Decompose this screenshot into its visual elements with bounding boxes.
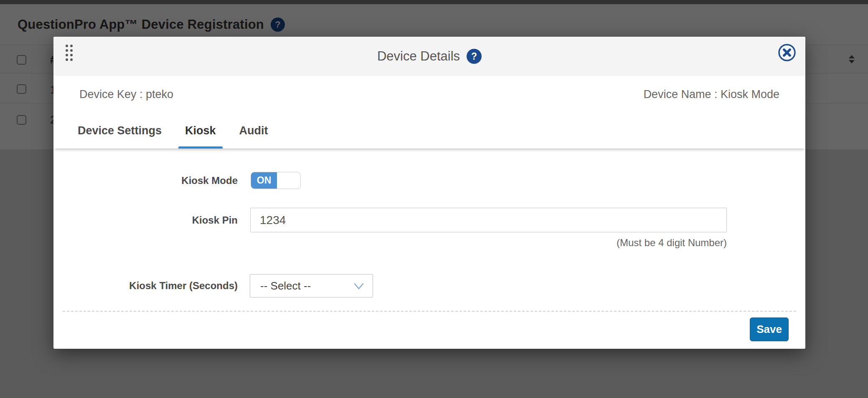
kiosk-timer-label: Kiosk Timer (Seconds) xyxy=(53,274,238,297)
chevron-down-icon xyxy=(353,281,364,291)
kiosk-pin-label: Kiosk Pin xyxy=(53,208,238,232)
device-details-modal: Device Details ? Device Key : pteko Devi… xyxy=(53,37,805,349)
kiosk-mode-label: Kiosk Mode xyxy=(53,172,238,189)
kiosk-pin-hint: (Must be 4 digit Number) xyxy=(250,237,727,249)
selected-option: -- Select -- xyxy=(260,280,311,292)
toggle-on-segment: ON xyxy=(251,172,277,189)
modal-header: Device Details ? xyxy=(53,37,805,76)
tab-device-settings[interactable]: Device Settings xyxy=(71,113,168,149)
close-circle-glyph xyxy=(778,43,796,62)
tab-audit[interactable]: Audit xyxy=(233,113,275,149)
device-name: Device Name : Kiosk Mode xyxy=(643,88,779,101)
kiosk-mode-toggle[interactable]: ON xyxy=(251,172,301,189)
modal-title: Device Details xyxy=(377,49,460,64)
tab-kiosk[interactable]: Kiosk xyxy=(178,113,223,149)
device-key: Device Key : pteko xyxy=(79,88,173,101)
close-icon[interactable] xyxy=(778,43,796,62)
kiosk-timer-select[interactable]: -- Select -- xyxy=(250,274,373,297)
save-button[interactable]: Save xyxy=(750,317,789,341)
kiosk-pin-input[interactable] xyxy=(250,208,727,232)
device-info-row: Device Key : pteko Device Name : Kiosk M… xyxy=(53,76,805,113)
modal-tabs: Device Settings Kiosk Audit xyxy=(53,113,805,149)
modal-title-wrap: Device Details ? xyxy=(53,37,805,76)
footer-divider xyxy=(63,311,796,312)
help-icon[interactable]: ? xyxy=(467,49,482,64)
